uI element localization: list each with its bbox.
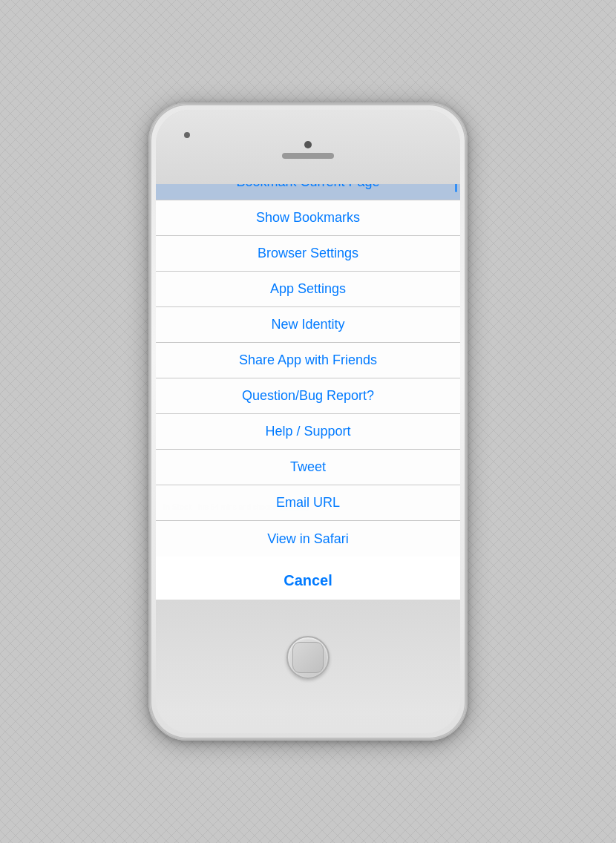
front-sensor	[184, 132, 190, 138]
menu-item-app-settings[interactable]: App Settings	[156, 272, 460, 307]
menu-item-label-browser-settings: Browser Settings	[258, 246, 358, 261]
home-button-inner	[292, 642, 324, 673]
menu-item-label-email-url: Email URL	[276, 495, 340, 511]
phone-frame: 15:00 100% In Stock hrs 54 mins and choo…	[148, 102, 468, 741]
camera	[304, 141, 312, 148]
cancel-button[interactable]: Cancel	[156, 561, 460, 600]
menu-item-label-new-identity: New Identity	[271, 317, 344, 332]
cancel-label: Cancel	[284, 572, 332, 589]
menu-item-label-show-bookmarks: Show Bookmarks	[256, 210, 360, 226]
menu-item-label-question-bug-report: Question/Bug Report?	[242, 388, 374, 404]
speaker	[282, 153, 334, 159]
menu-item-label-view-in-safari: View in Safari	[267, 531, 349, 547]
menu-item-label-app-settings: App Settings	[270, 281, 346, 297]
menu-item-help-support[interactable]: Help / Support	[156, 414, 460, 450]
menu-item-new-identity[interactable]: New Identity	[156, 307, 460, 343]
bottom-bezel	[156, 600, 460, 715]
menu-item-bookmark-current-page[interactable]: Bookmark Current Page	[156, 184, 460, 200]
screen: 15:00 100% In Stock hrs 54 mins and choo…	[156, 184, 460, 600]
menu-item-label-tweet: Tweet	[290, 459, 326, 475]
menu-item-label-help-support: Help / Support	[265, 424, 350, 439]
action-sheet: Bookmark Current PageShow BookmarksBrows…	[156, 184, 460, 600]
menu-item-view-in-safari[interactable]: View in Safari	[156, 521, 460, 557]
menu-item-label-share-app-with-friends: Share App with Friends	[239, 352, 377, 368]
menu-item-share-app-with-friends[interactable]: Share App with Friends	[156, 343, 460, 378]
menu-item-question-bug-report[interactable]: Question/Bug Report?	[156, 378, 460, 414]
menu-item-browser-settings[interactable]: Browser Settings	[156, 236, 460, 272]
menu-item-show-bookmarks[interactable]: Show Bookmarks	[156, 200, 460, 236]
phone-inner: 15:00 100% In Stock hrs 54 mins and choo…	[156, 110, 460, 733]
home-button[interactable]	[286, 636, 330, 679]
menu-list: Bookmark Current PageShow BookmarksBrows…	[156, 184, 460, 557]
menu-item-label-bookmark-current-page: Bookmark Current Page	[236, 184, 379, 190]
menu-item-email-url[interactable]: Email URL	[156, 485, 460, 521]
top-bezel	[156, 110, 460, 184]
menu-item-tweet[interactable]: Tweet	[156, 450, 460, 485]
